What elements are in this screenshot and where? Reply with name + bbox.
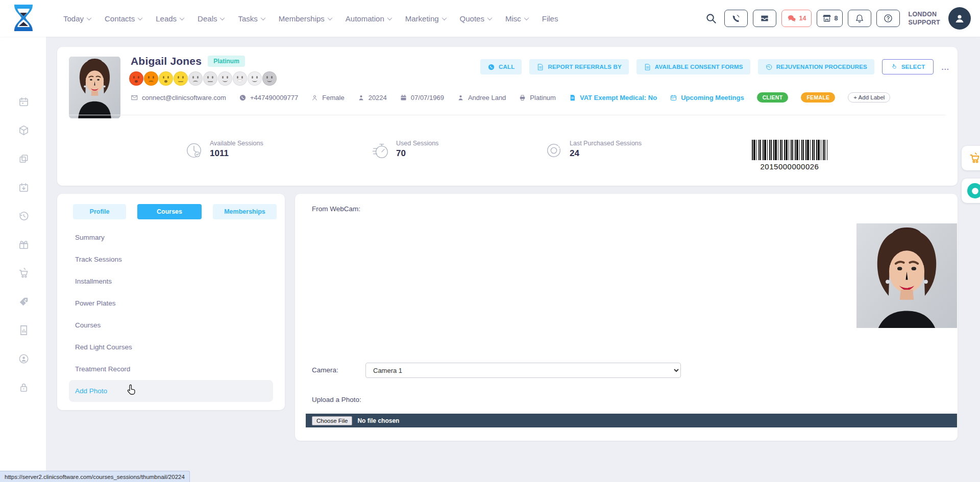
top-bar: Today Contacts Leads Deals Tasks Members… — [0, 0, 980, 37]
call-button[interactable]: CALL — [480, 59, 522, 74]
notifications-button[interactable] — [848, 10, 871, 27]
chevron-down-icon — [87, 15, 92, 20]
female-label-badge[interactable]: FEMALE — [801, 92, 835, 103]
nav-automation[interactable]: Automation — [346, 14, 391, 23]
dialer-button[interactable] — [724, 10, 748, 27]
rail-gift-icon[interactable] — [17, 238, 30, 250]
menu-add-photo[interactable]: Add Photo — [69, 380, 273, 402]
mood-face-10[interactable] — [262, 71, 277, 86]
rail-calendar-icon[interactable] — [17, 95, 30, 108]
nav-leads[interactable]: Leads — [156, 14, 184, 23]
mood-face-1[interactable] — [129, 71, 143, 86]
nav-today[interactable]: Today — [63, 14, 91, 23]
nav-marketing[interactable]: Marketing — [405, 14, 446, 23]
consent-forms-button[interactable]: AVAILABLE CONSENT FORMS — [636, 59, 750, 74]
client-phone[interactable]: +447490009777 — [239, 94, 298, 102]
mood-face-4[interactable] — [174, 71, 188, 86]
nav-misc[interactable]: Misc — [505, 14, 528, 23]
courses-panel-card: Profile Courses Memberships Summary Trac… — [57, 194, 285, 410]
shop-button[interactable]: 8 — [817, 10, 843, 27]
chat-button[interactable]: 14 — [781, 10, 812, 27]
nav-files[interactable]: Files — [542, 14, 558, 23]
tier-badge: Platinum — [208, 56, 245, 67]
person-filled-icon — [357, 94, 365, 102]
stopwatch-icon — [371, 141, 390, 160]
select-button[interactable]: SELECT — [882, 59, 934, 74]
nav-contacts[interactable]: Contacts — [105, 14, 142, 23]
mood-face-5[interactable] — [188, 71, 203, 86]
donut-chart-icon — [544, 141, 564, 160]
choose-file-button[interactable]: Choose File — [312, 416, 352, 425]
add-photo-panel: From WebCam: Camera: Camera 1 Upload a P… — [295, 194, 958, 441]
mood-face-7[interactable] — [218, 71, 232, 86]
shop-count-badge: 8 — [835, 15, 838, 22]
barcode-number: 2015000000026 — [752, 162, 827, 171]
menu-track-sessions[interactable]: Track Sessions — [69, 248, 273, 270]
more-options-button[interactable]: ... — [941, 63, 949, 71]
phone-icon — [967, 183, 980, 198]
nav-memberships[interactable]: Memberships — [279, 14, 332, 23]
menu-power-plates[interactable]: Power Plates — [69, 292, 273, 314]
chevron-down-icon — [260, 15, 265, 20]
floating-cart-button[interactable] — [962, 146, 980, 170]
chevron-down-icon — [220, 15, 225, 20]
rail-package-icon[interactable] — [17, 124, 30, 136]
mood-face-2[interactable] — [144, 71, 158, 86]
camera-select[interactable]: Camera 1 — [365, 363, 681, 378]
mood-face-6[interactable] — [203, 71, 217, 86]
rail-account-icon[interactable] — [17, 352, 30, 365]
nav-tasks[interactable]: Tasks — [238, 14, 264, 23]
rail-calendar-import-icon[interactable] — [17, 181, 30, 193]
nav-label: Leads — [156, 14, 177, 23]
nav-label: Automation — [346, 14, 384, 23]
mood-face-3[interactable] — [159, 71, 173, 86]
stat-used-sessions: Used Sessions70 — [371, 140, 438, 160]
search-icon[interactable] — [705, 13, 717, 24]
mood-face-9[interactable] — [248, 71, 262, 86]
rail-cart-icon[interactable] — [17, 267, 30, 279]
rail-copy-icon[interactable] — [17, 153, 30, 165]
rail-price-tag-icon[interactable] — [17, 295, 30, 308]
chevron-down-icon — [138, 15, 143, 20]
rail-report-icon[interactable] — [17, 324, 30, 336]
mood-face-8[interactable] — [233, 71, 247, 86]
clock-check-icon — [184, 141, 204, 160]
menu-treatment-record[interactable]: Treatment Record — [69, 358, 273, 380]
tab-memberships[interactable]: Memberships — [213, 204, 277, 219]
upcoming-meetings-link[interactable]: Upcoming Meetings — [670, 94, 744, 102]
nav-label: Quotes — [460, 14, 484, 23]
top-bar-right: 14 8 LONDON SUPPORT — [705, 0, 971, 37]
file-input-bar[interactable]: Choose File No file chosen — [306, 414, 957, 427]
file-chosen-text: No file chosen — [357, 417, 399, 424]
rail-history-icon[interactable] — [17, 210, 30, 222]
client-label-badge[interactable]: CLIENT — [757, 92, 789, 103]
nav-deals[interactable]: Deals — [198, 14, 224, 23]
report-referrals-button[interactable]: REPORT REFERRALS BY — [529, 59, 628, 74]
floating-phone-button[interactable] — [962, 179, 980, 203]
menu-installments[interactable]: Installments — [69, 270, 273, 292]
tab-profile[interactable]: Profile — [73, 204, 126, 219]
menu-summary[interactable]: Summary — [69, 226, 273, 248]
menu-courses[interactable]: Courses — [69, 314, 273, 336]
add-label-button[interactable]: + Add Label — [848, 92, 890, 103]
webcam-preview-photo — [856, 223, 957, 328]
vat-exempt-link[interactable]: VAT Exempt Medical: No — [569, 94, 657, 102]
menu-red-light-courses[interactable]: Red Light Courses — [69, 336, 273, 358]
client-email[interactable]: connect@clinicsoftware.com — [131, 94, 226, 102]
help-button[interactable] — [876, 10, 900, 27]
action-buttons: CALL REPORT REFERRALS BY AVAILABLE CONSE… — [480, 59, 949, 74]
rejuvenation-button[interactable]: REJUVENATION PROCEDURES — [758, 59, 874, 74]
nav-quotes[interactable]: Quotes — [460, 14, 492, 23]
user-avatar[interactable] — [948, 7, 971, 30]
rail-lock-icon[interactable] — [17, 381, 30, 393]
client-header-card: Abigail Jones Platinum connect@clinicsof… — [57, 47, 958, 186]
location-label: LONDON SUPPORT — [908, 10, 940, 27]
envelope-icon — [131, 94, 138, 102]
barcode-image — [752, 140, 827, 160]
clinicsoftware-logo[interactable] — [12, 4, 35, 32]
stat-available-sessions: Available Sessions1011 — [184, 140, 263, 160]
client-photo[interactable] — [69, 56, 120, 119]
tab-courses[interactable]: Courses — [137, 204, 202, 219]
mood-scale — [129, 71, 277, 86]
inbox-button[interactable] — [753, 10, 776, 27]
